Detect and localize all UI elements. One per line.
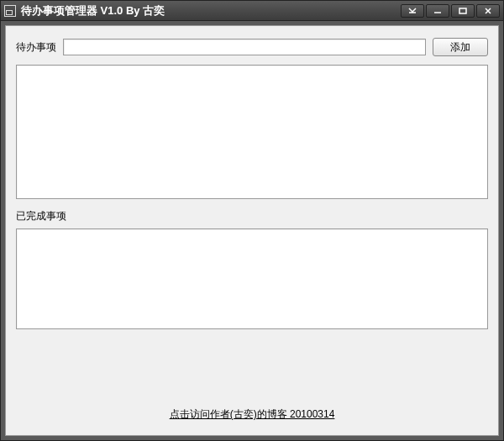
completed-list[interactable] xyxy=(16,228,488,329)
maximize-button[interactable] xyxy=(451,4,475,18)
todo-list[interactable] xyxy=(16,65,488,199)
app-icon xyxy=(4,5,16,17)
todo-input[interactable] xyxy=(63,39,426,55)
client-area: 待办事项 添加 已完成事项 点击访问作者(古奕)的博客 20100314 xyxy=(5,25,499,436)
input-row: 待办事项 添加 xyxy=(16,38,488,56)
footer: 点击访问作者(古奕)的博客 20100314 xyxy=(6,407,498,422)
window-title: 待办事项管理器 V1.0 By 古奕 xyxy=(21,3,401,18)
todo-input-label: 待办事项 xyxy=(16,40,56,55)
svg-rect-0 xyxy=(459,8,466,13)
close-button[interactable] xyxy=(476,4,500,18)
titlebar[interactable]: 待办事项管理器 V1.0 By 古奕 xyxy=(1,1,503,21)
app-window: 待办事项管理器 V1.0 By 古奕 待办事项 添加 已完成事项 xyxy=(0,0,504,441)
completed-section-label: 已完成事项 xyxy=(16,209,488,223)
author-blog-link[interactable]: 点击访问作者(古奕)的博客 20100314 xyxy=(170,408,335,420)
window-controls xyxy=(401,4,500,18)
minimize-to-tray-button[interactable] xyxy=(401,4,424,18)
add-button[interactable]: 添加 xyxy=(433,38,488,56)
minimize-button[interactable] xyxy=(426,4,449,18)
